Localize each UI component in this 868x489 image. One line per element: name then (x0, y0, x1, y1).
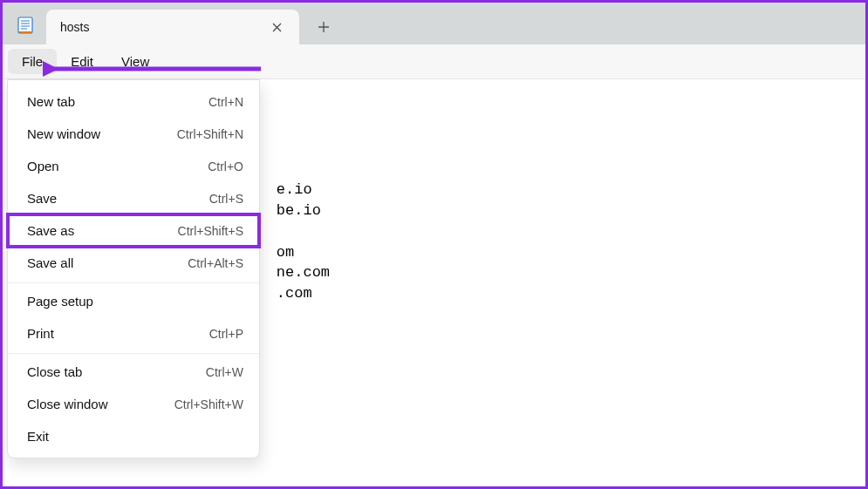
menu-open[interactable]: Open Ctrl+O (8, 150, 259, 182)
menu-save-all[interactable]: Save all Ctrl+Alt+S (8, 247, 259, 279)
menu-item-shortcut: Ctrl+W (206, 365, 243, 379)
menu-item-label: Save as (27, 223, 74, 238)
menu-new-tab[interactable]: New tab Ctrl+N (8, 85, 259, 118)
menu-item-shortcut: Ctrl+P (209, 327, 243, 341)
menu-item-label: Close window (27, 397, 108, 411)
menu-item-shortcut: Ctrl+S (209, 192, 243, 206)
menu-item-shortcut: Ctrl+O (208, 160, 243, 173)
menu-print[interactable]: Print Ctrl+P (8, 317, 259, 350)
menu-save-as[interactable]: Save as Ctrl+Shift+S (8, 214, 259, 247)
new-tab-button[interactable] (306, 10, 341, 44)
menu-close-window[interactable]: Close window Ctrl+Shift+W (8, 388, 259, 420)
menu-item-label: Print (27, 326, 54, 341)
titlebar: hosts (3, 3, 865, 44)
menu-new-window[interactable]: New window Ctrl+Shift+N (8, 118, 259, 150)
menu-item-label: Close tab (27, 364, 82, 379)
svg-rect-5 (19, 31, 31, 33)
tab-hosts[interactable]: hosts (46, 10, 299, 44)
menu-exit[interactable]: Exit (8, 420, 259, 452)
menu-item-shortcut: Ctrl+Shift+W (174, 397, 243, 411)
close-icon[interactable] (264, 15, 289, 39)
menu-item-shortcut: Ctrl+Shift+S (178, 224, 243, 238)
menu-item-label: Exit (27, 429, 49, 444)
menu-item-label: New tab (27, 94, 75, 109)
menu-edit[interactable]: Edit (57, 49, 107, 74)
menu-item-label: Open (27, 159, 59, 173)
menu-item-label: Save all (27, 255, 73, 270)
menu-page-setup[interactable]: Page setup (8, 282, 259, 317)
menubar: File Edit View (3, 44, 865, 79)
menu-item-shortcut: Ctrl+N (208, 95, 243, 109)
tab-title: hosts (60, 20, 264, 34)
menu-view[interactable]: View (107, 49, 163, 74)
menu-item-label: Save (27, 191, 57, 206)
menu-save[interactable]: Save Ctrl+S (8, 182, 259, 214)
notepad-icon (17, 17, 34, 34)
menu-item-label: Page setup (27, 294, 93, 309)
menu-item-shortcut: Ctrl+Alt+S (188, 256, 243, 270)
file-menu-dropdown: New tab Ctrl+N New window Ctrl+Shift+N O… (7, 79, 260, 458)
menu-item-label: New window (27, 126, 100, 141)
menu-file[interactable]: File (8, 49, 57, 74)
svg-rect-0 (18, 17, 32, 33)
menu-item-shortcut: Ctrl+Shift+N (177, 127, 243, 141)
menu-close-tab[interactable]: Close tab Ctrl+W (8, 353, 259, 388)
